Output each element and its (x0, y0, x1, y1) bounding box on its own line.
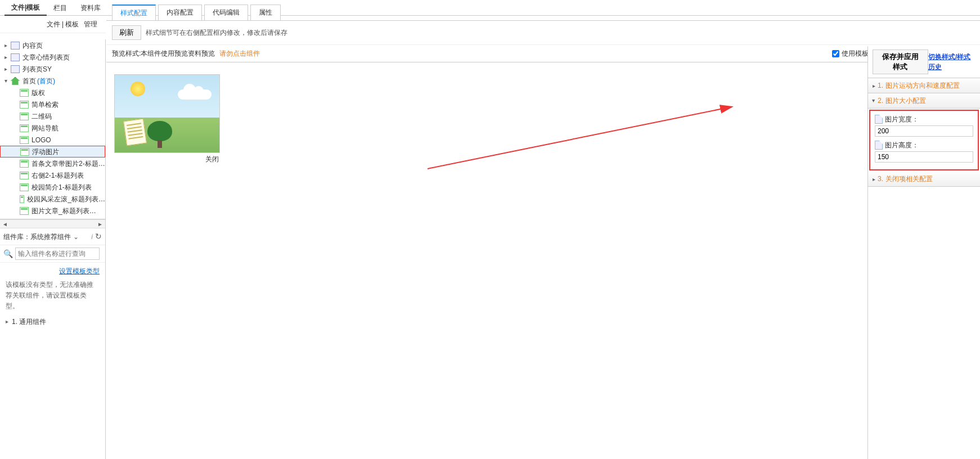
preview-desc: 本组件使用预览资料预览 (141, 48, 215, 58)
twisty-icon: ▸ (6, 317, 8, 326)
tree-node-copyright[interactable]: 版权 (0, 87, 105, 98)
tree-node-qr[interactable]: 二维码 (0, 110, 105, 122)
size-config-body: 图片宽度： 图片高度： (869, 110, 979, 170)
page-icon (11, 42, 20, 50)
tree-node-article[interactable]: ▸文章心情列表页 (0, 51, 105, 63)
main-area: 样式配置 内容配置 代码编辑 属性 刷新 样式细节可在右侧配置框内修改，修改后请… (106, 0, 980, 459)
tree-node-right21[interactable]: 右侧2-1-标题列表 (0, 169, 105, 181)
cloud-icon (178, 89, 212, 100)
tab-props[interactable]: 属性 (250, 4, 281, 20)
tree-node-logo[interactable]: LOGO (0, 134, 105, 146)
preview-canvas: 关闭 (106, 61, 867, 459)
tree-node-first-article[interactable]: 首条文章带图片2-标题… (0, 158, 105, 169)
save-row: 保存并应用样式 切换样式/样式历史 (868, 46, 980, 78)
preview-label: 预览样式: (112, 48, 141, 58)
tree-node-nav[interactable]: 网站导航 (0, 122, 105, 134)
tree-hscrollbar[interactable]: ◄► (0, 219, 105, 228)
field-icon (875, 141, 883, 150)
home-icon (11, 77, 20, 85)
component-icon (20, 112, 29, 120)
tree-node-listsy[interactable]: ▸列表页SY (0, 63, 105, 75)
sub-template[interactable]: 模板 (65, 19, 79, 29)
close-link[interactable]: 关闭 (114, 153, 220, 164)
accordion-size[interactable]: ▸2.图片大小配置 (868, 93, 980, 109)
toolbar-hint: 样式细节可在右侧配置框内修改，修改后请保存 (146, 28, 287, 38)
refresh-button[interactable]: 刷新 (112, 25, 141, 40)
tree-node-float-image[interactable]: 浮动图片 (0, 146, 105, 158)
sub-manage[interactable]: 管理 (84, 19, 97, 29)
preview-warning: 请勿点击组件 (219, 48, 260, 58)
field-height: 图片高度： (875, 140, 973, 163)
tab-file-template[interactable]: 文件|模板 (5, 0, 47, 16)
component-lib-header: 组件库： 系统推荐组件 ⌄ i ↻ (0, 228, 105, 245)
height-input[interactable] (875, 151, 973, 163)
lib-dropdown[interactable]: 系统推荐组件 (30, 232, 71, 242)
tab-content-config[interactable]: 内容配置 (158, 4, 202, 20)
tree-icon (147, 121, 172, 148)
save-apply-button[interactable]: 保存并应用样式 (873, 50, 928, 74)
switch-style-link[interactable]: 切换样式/样式历史 (928, 52, 975, 72)
set-template-type-link[interactable]: 设置模板类型 (0, 263, 105, 280)
template-tree[interactable]: ▸内容页 ▸文章心情列表页 ▸列表页SY ▾首页(首页) 版权 简单检索 二维码… (0, 39, 105, 219)
component-icon (20, 148, 29, 156)
lib-search-row: 🔍 (0, 245, 105, 263)
float-image-component: 关闭 (114, 74, 220, 164)
field-icon (875, 115, 883, 124)
component-icon (20, 160, 29, 168)
component-icon (20, 124, 29, 132)
tab-code-edit[interactable]: 代码编辑 (204, 4, 248, 20)
accordion-close[interactable]: ▸3.关闭项相关配置 (868, 172, 980, 187)
scroll-left-icon[interactable]: ◄ (2, 220, 8, 228)
lib-label: 组件库： (3, 232, 30, 242)
right-config-panel: 保存并应用样式 切换样式/样式历史 ▸1.图片运动方向和速度配置 ▸2.图片大小… (867, 46, 980, 459)
chevron-down-icon[interactable]: ⌄ (73, 232, 79, 242)
component-icon (20, 101, 29, 109)
page-icon (11, 53, 20, 61)
tree-node-campus[interactable]: 校园简介1-标题列表 (0, 181, 105, 193)
tab-resources[interactable]: 资料库 (74, 1, 107, 15)
tree-node-search[interactable]: 简单检索 (0, 98, 105, 110)
refresh-icon[interactable]: ↻ (95, 231, 102, 242)
component-icon (20, 136, 29, 144)
field-width: 图片宽度： (875, 114, 973, 137)
height-label: 图片高度： (885, 140, 919, 150)
preview-bar: 预览样式: 本组件使用预览资料预览 请勿点击组件 使用模板环境预览 (详情) |… (106, 45, 980, 62)
gen-label: 通用组件 (19, 317, 46, 327)
accordion-motion[interactable]: ▸1.图片运动方向和速度配置 (868, 78, 980, 93)
sub-file[interactable]: 文件 (47, 19, 60, 29)
component-icon (20, 183, 29, 191)
component-icon (20, 207, 29, 215)
page-icon (11, 65, 20, 73)
scene-image (114, 74, 220, 153)
info-icon[interactable]: i (91, 232, 93, 242)
lib-note: 该模板没有类型，无法准确推荐关联组件，请设置模板类型。 (0, 280, 105, 312)
tab-column[interactable]: 栏目 (47, 1, 74, 15)
tab-style-config[interactable]: 样式配置 (112, 4, 156, 20)
sub-bar: 文件| 模板 管理 (0, 16, 106, 33)
tree-node-home[interactable]: ▾首页(首页) (0, 75, 105, 87)
component-icon (20, 195, 24, 203)
sun-icon (131, 82, 145, 96)
general-component-node[interactable]: ▸ 1. 通用组件 (0, 312, 105, 331)
width-input[interactable] (875, 125, 973, 137)
component-icon (20, 89, 29, 97)
config-tabs: 样式配置 内容配置 代码编辑 属性 (106, 0, 980, 21)
paper-icon (123, 119, 147, 146)
tree-node-scroll[interactable]: 校园风采左滚_标题列表… (0, 193, 105, 205)
toolbar: 刷新 样式细节可在右侧配置框内修改，修改后请保存 (106, 21, 980, 45)
width-label: 图片宽度： (885, 114, 919, 124)
left-panel: ▸内容页 ▸文章心情列表页 ▸列表页SY ▾首页(首页) 版权 简单检索 二维码… (0, 39, 106, 459)
tree-node-imgart[interactable]: 图片文章_标题列表… (0, 205, 105, 217)
gen-num: 1. (12, 317, 17, 327)
lib-search-input[interactable] (15, 248, 100, 260)
component-icon (20, 172, 29, 179)
search-icon: 🔍 (3, 248, 13, 260)
tree-node-content[interactable]: ▸内容页 (0, 39, 105, 51)
scroll-right-icon[interactable]: ► (97, 220, 103, 228)
